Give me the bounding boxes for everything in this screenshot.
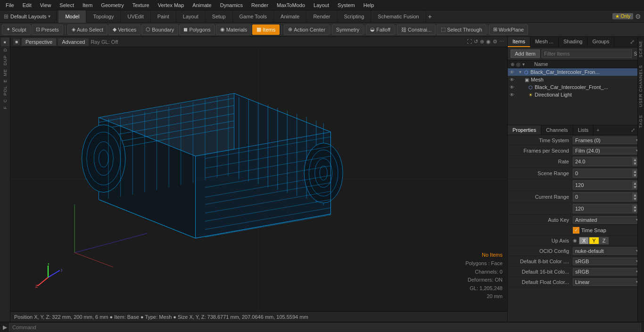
left-tool-1[interactable]: ■ xyxy=(1,38,9,46)
current-range-end[interactable]: 120 ▲ ▼ xyxy=(573,204,640,213)
float-color-dropdown[interactable]: Linear ▾ xyxy=(573,278,640,286)
mode-tab-setup[interactable]: Setup xyxy=(206,10,233,23)
8bit-color-dropdown[interactable]: sRGB ▾ xyxy=(573,258,640,265)
vertices-button[interactable]: ◆ Vertices xyxy=(108,24,140,35)
auto-select-button[interactable]: ◈ Auto Select xyxy=(67,24,107,35)
svg-line-53 xyxy=(75,234,148,253)
strip-tab-user-channels[interactable]: User Channels xyxy=(638,61,644,111)
menu-item[interactable]: Item xyxy=(79,1,96,9)
viewport-ctrl-rotate[interactable]: ↺ xyxy=(474,39,478,45)
falloff-button[interactable]: ◒ Falloff xyxy=(366,24,395,35)
axis-btn-z[interactable]: Z xyxy=(599,237,609,244)
menu-layout[interactable]: Layout xyxy=(310,1,333,9)
mode-tab-schematic[interactable]: Schematic Fusion xyxy=(371,10,426,23)
select-through-button[interactable]: ⬚ Select Through xyxy=(437,24,486,35)
settings-icon[interactable]: ⚙ xyxy=(635,13,641,20)
command-input[interactable] xyxy=(9,323,641,332)
props-expand-btn[interactable]: ⤢ xyxy=(631,127,635,133)
items-button[interactable]: ▦ Items xyxy=(252,24,280,35)
axis-btn-x[interactable]: X xyxy=(579,237,589,244)
tree-item-mesh[interactable]: 👁 ▣ Mesh xyxy=(508,76,644,83)
fps-dropdown[interactable]: Film (24.0) ▾ xyxy=(573,147,640,154)
viewport-tab-perspective[interactable]: Perspective xyxy=(22,38,56,46)
props-tab-properties[interactable]: Properties xyxy=(508,125,541,135)
menu-dynamics[interactable]: Dynamics xyxy=(216,1,247,9)
menu-help[interactable]: Help xyxy=(360,1,378,9)
right-strip: Scene User Channels Tags xyxy=(637,37,644,322)
mode-tab-layout[interactable]: Layout xyxy=(176,10,206,23)
vertices-icon: ◆ xyxy=(113,26,116,32)
mode-tab-uvedit[interactable]: UVEdit xyxy=(121,10,150,23)
workplane-button[interactable]: ⊞ WorkPlane xyxy=(489,24,528,35)
right-tab-groups[interactable]: Groups xyxy=(587,37,614,47)
time-snap-checkbox[interactable]: ✓ xyxy=(573,227,579,234)
menu-edit[interactable]: Edit xyxy=(19,1,35,9)
prop-label-ocio-config: OCIO Config xyxy=(512,248,573,254)
prop-auto-key: Auto Key Animated ▾ xyxy=(508,215,644,225)
auto-key-dropdown[interactable]: Animated ▾ xyxy=(573,216,640,224)
prop-float-color: Default Float Color... Linear ▾ xyxy=(508,277,644,287)
mode-tab-paint[interactable]: Paint xyxy=(151,10,176,23)
sculpt-button[interactable]: ✦ Sculpt xyxy=(2,24,31,35)
prop-label-8bit-color: Default 8-bit Color .... xyxy=(512,259,573,264)
layout-dropdown-arrow[interactable]: ▾ xyxy=(48,14,50,19)
polygons-button[interactable]: ◼ Polygons xyxy=(179,24,215,35)
strip-tab-tags[interactable]: Tags xyxy=(638,111,644,132)
strip-tab-scene[interactable]: Scene xyxy=(638,37,644,61)
menu-system[interactable]: System xyxy=(334,1,359,9)
props-tab-lists[interactable]: Lists xyxy=(573,125,594,135)
props-tab-channels[interactable]: Channels xyxy=(541,125,573,135)
right-tab-mesh[interactable]: Mesh ... xyxy=(530,37,559,47)
materials-button[interactable]: ◉ Materials xyxy=(216,24,252,35)
symmetry-button[interactable]: Symmetry xyxy=(332,24,364,35)
mode-tab-render[interactable]: Render xyxy=(306,10,337,23)
viewport-ctrl-settings[interactable]: ⚙ xyxy=(493,39,497,45)
viewport-menu-btn[interactable]: ■ xyxy=(13,39,20,45)
boundary-button[interactable]: ⬡ Boundary xyxy=(141,24,178,35)
viewport-ctrl-zoom[interactable]: ⊕ xyxy=(480,39,484,45)
tree-item-light[interactable]: 👁 ☀ Directional Light xyxy=(508,91,644,98)
viewport-ctrl-more[interactable]: ⋯ xyxy=(499,39,504,45)
menu-geometry[interactable]: Geometry xyxy=(97,1,127,9)
axis-btn-y[interactable]: Y xyxy=(589,237,599,244)
add-item-button[interactable]: Add Item xyxy=(511,49,540,58)
menu-texture[interactable]: Texture xyxy=(129,1,153,9)
mode-tab-game-tools[interactable]: Game Tools xyxy=(233,10,274,23)
mode-tab-topology[interactable]: Topology xyxy=(86,10,121,23)
right-panel-expand-btn[interactable]: ⤢ xyxy=(630,39,635,45)
menu-vertex-map[interactable]: Vertex Map xyxy=(154,1,188,9)
time-system-dropdown[interactable]: Frames (0) ▾ xyxy=(573,137,640,144)
16bit-color-dropdown[interactable]: sRGB ▾ xyxy=(573,268,640,275)
scene-range-start[interactable]: 0 ▲ ▼ xyxy=(573,169,640,178)
select-through-label: Select Through xyxy=(447,27,482,32)
filter-items-input[interactable] xyxy=(542,49,632,58)
rate-input[interactable]: 24.0 ▲ ▼ xyxy=(573,157,640,166)
menu-view[interactable]: View xyxy=(36,1,55,9)
presets-button[interactable]: ⊡ Presets xyxy=(32,24,63,35)
tree-item-root[interactable]: 👁 ▼ ⬡ Black_Car_Intercooler_Fron... xyxy=(508,68,644,76)
mode-tab-model[interactable]: Model xyxy=(58,10,86,23)
props-tab-add-btn[interactable]: + xyxy=(594,125,602,135)
layout-selector-area: ⊞ Default Layouts ▾ xyxy=(0,13,54,20)
tree-item-submesh[interactable]: 👁 ⬡ Black_Car_Intercooler_Front_... xyxy=(508,83,644,91)
constraints-button[interactable]: ⛓ Constrai... xyxy=(397,24,436,35)
menu-select[interactable]: Select xyxy=(56,1,78,9)
mode-tab-scripting[interactable]: Scripting xyxy=(338,10,372,23)
current-range-start[interactable]: 0 ▲ ▼ xyxy=(573,192,640,202)
viewport-tab-advanced[interactable]: Advanced xyxy=(58,38,89,46)
viewport-canvas[interactable]: X Y Z No Items Polygons : Face Channels:… xyxy=(10,47,507,311)
scene-range-end[interactable]: 120 ▲ ▼ xyxy=(573,180,640,190)
viewport-ctrl-render[interactable]: ◉ xyxy=(486,39,491,45)
menu-maxtomodo[interactable]: MaxToModo xyxy=(273,1,309,9)
ocio-config-dropdown[interactable]: nuke-default ▾ xyxy=(573,247,640,255)
menu-animate[interactable]: Animate xyxy=(189,1,215,9)
menu-file[interactable]: File xyxy=(2,1,18,9)
right-tab-items[interactable]: Items xyxy=(508,37,530,47)
action-center-button[interactable]: ⊕ Action Center xyxy=(284,24,330,35)
mesh-icon-3: ⬡ xyxy=(528,85,533,90)
mode-tab-animate[interactable]: Animate xyxy=(274,10,306,23)
viewport-ctrl-fit[interactable]: ⛶ xyxy=(467,39,472,45)
mode-add-tab-button[interactable]: + xyxy=(426,13,434,20)
right-tab-shading[interactable]: Shading xyxy=(559,37,587,47)
menu-render[interactable]: Render xyxy=(248,1,272,9)
